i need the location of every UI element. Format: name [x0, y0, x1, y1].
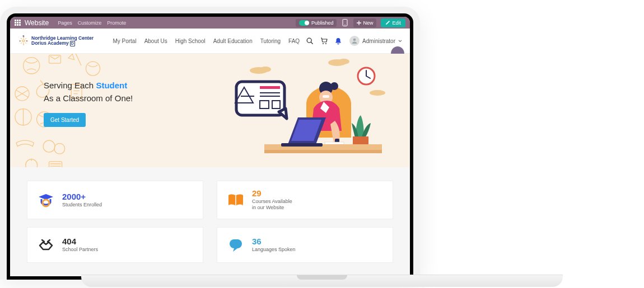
- svg-point-9: [353, 39, 356, 41]
- svg-text:N: N: [23, 35, 25, 37]
- logo-line-2: Dorius Academy: [31, 41, 69, 46]
- stat-card-languages: 36 Languages Spoken: [217, 227, 393, 263]
- cart-icon[interactable]: [320, 37, 328, 45]
- svg-point-24: [370, 90, 385, 96]
- stat-label: Languages Spoken: [252, 247, 296, 253]
- new-button[interactable]: New: [353, 18, 376, 27]
- hero-line1-b: Student: [96, 81, 127, 90]
- logo-text: Northridge Learning Center Dorius Academ…: [31, 36, 94, 46]
- nav-my-portal[interactable]: My Portal: [113, 38, 136, 44]
- user-menu[interactable]: Administrator: [349, 36, 402, 46]
- svg-rect-32: [323, 95, 329, 98]
- toggle-switch-icon: [299, 20, 309, 26]
- stat-value: 29: [252, 189, 292, 197]
- search-icon[interactable]: [306, 37, 314, 45]
- main-nav: My Portal About Us High School Adult Edu…: [113, 38, 300, 44]
- stat-value: 2000+: [62, 192, 102, 201]
- admin-promote-link[interactable]: Promote: [107, 20, 126, 26]
- get-started-button[interactable]: Get Started: [44, 113, 86, 127]
- stat-label: School Partners: [62, 247, 98, 253]
- edit-button[interactable]: Edit: [381, 18, 405, 27]
- hero-section: Serving Each Student As a Classroom of O…: [10, 54, 410, 167]
- svg-point-23: [338, 59, 349, 64]
- stat-value: 404: [62, 237, 98, 245]
- stat-card-partners: 404 School Partners: [27, 227, 203, 263]
- mobile-preview-icon[interactable]: [341, 19, 349, 27]
- hero-subhead: As a Classroom of One!: [44, 93, 133, 103]
- svg-text:L: L: [20, 40, 21, 43]
- svg-rect-28: [264, 150, 382, 153]
- new-label: New: [363, 20, 373, 26]
- nav-adult-education[interactable]: Adult Education: [213, 38, 253, 44]
- stat-label: Courses Available in our Website: [252, 199, 292, 211]
- hero-headline: Serving Each Student: [44, 81, 133, 90]
- chat-icon: [226, 235, 245, 254]
- svg-point-21: [260, 67, 271, 72]
- published-toggle[interactable]: Published: [296, 19, 337, 27]
- pencil-icon: [385, 20, 390, 25]
- admin-toolbar: Website Pages Customize Promote Publishe…: [10, 17, 410, 29]
- svg-point-8: [325, 43, 326, 44]
- stats-section: 2000+ Students Enrolled 29 Courses Avail…: [10, 167, 410, 276]
- stat-card-courses: 29 Courses Available in our Website: [217, 181, 393, 219]
- svg-point-1: [345, 25, 346, 25]
- avatar-icon: [349, 36, 360, 46]
- stat-label: Students Enrolled: [62, 202, 102, 208]
- svg-rect-35: [325, 142, 344, 144]
- hero-illustration: [225, 54, 393, 166]
- svg-rect-41: [230, 239, 242, 248]
- book-icon: [226, 191, 245, 210]
- stat-card-students: 2000+ Students Enrolled: [27, 181, 203, 219]
- admin-menu: Pages Customize Promote: [58, 20, 126, 26]
- bell-icon[interactable]: [335, 37, 342, 45]
- stat-value: 36: [252, 237, 296, 245]
- plus-icon: [357, 21, 361, 25]
- nav-about-us[interactable]: About Us: [144, 38, 167, 44]
- published-label: Published: [311, 20, 334, 26]
- app-name[interactable]: Website: [25, 19, 49, 27]
- nav-faq[interactable]: FAQ: [288, 38, 300, 44]
- svg-point-30: [330, 82, 338, 90]
- site-header: N L C Northridge Learning Center Dorius …: [10, 29, 410, 54]
- user-name: Administrator: [362, 38, 395, 44]
- chevron-down-icon: [398, 40, 402, 43]
- svg-point-12: [86, 62, 100, 75]
- site-logo[interactable]: N L C Northridge Learning Center Dorius …: [18, 35, 94, 46]
- nav-high-school[interactable]: High School: [175, 38, 206, 44]
- svg-rect-34: [281, 143, 323, 147]
- svg-point-10: [24, 58, 40, 74]
- logo-badge-icon: D: [70, 41, 75, 46]
- apps-icon[interactable]: [15, 20, 21, 26]
- admin-customize-link[interactable]: Customize: [78, 20, 102, 26]
- graduate-icon: [36, 191, 55, 210]
- nav-tutoring[interactable]: Tutoring: [260, 38, 281, 44]
- handshake-icon: [36, 235, 55, 254]
- svg-rect-37: [260, 86, 280, 89]
- compass-icon: N L C: [18, 35, 29, 46]
- svg-point-7: [323, 43, 324, 44]
- hero-line1-a: Serving Each: [44, 81, 96, 90]
- edit-label: Edit: [392, 20, 401, 26]
- laptop-base: [81, 275, 563, 287]
- svg-point-2: [22, 40, 25, 42]
- admin-pages-link[interactable]: Pages: [58, 20, 72, 26]
